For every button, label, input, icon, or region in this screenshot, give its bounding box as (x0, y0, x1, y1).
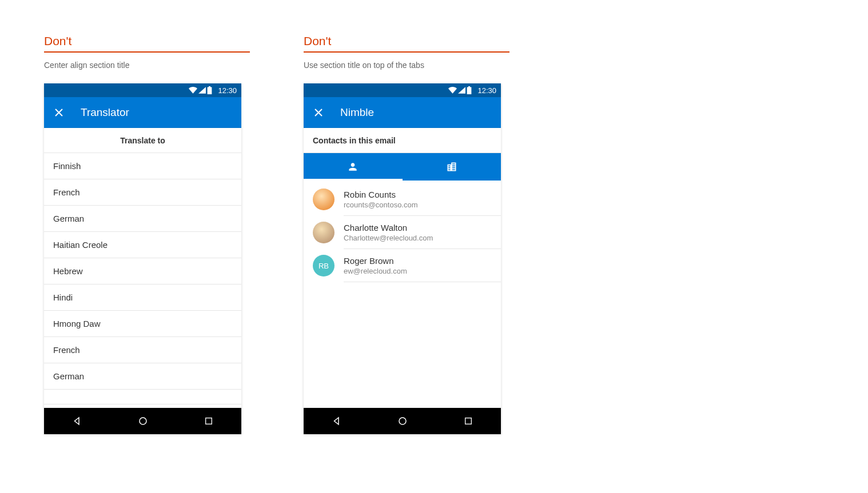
home-icon (138, 416, 148, 426)
list-item[interactable]: Finnish (44, 153, 241, 179)
android-nav-bar (304, 408, 501, 434)
list-item[interactable]: French (44, 337, 241, 363)
list-item[interactable]: Hmong Daw (44, 311, 241, 337)
tab-people[interactable] (304, 153, 403, 181)
contact-email: ew@relecloud.com (344, 267, 407, 275)
battery-icon (467, 86, 472, 94)
android-status-bar: 12:30 (304, 83, 501, 97)
nav-back[interactable] (324, 416, 350, 426)
svg-point-0 (140, 418, 146, 424)
list-item[interactable]: Hebrew (44, 258, 241, 284)
list-item-empty (44, 390, 241, 404)
wifi-icon (189, 87, 197, 94)
status-time: 12:30 (477, 86, 496, 95)
app-bar: Translator (44, 97, 241, 128)
home-icon (397, 416, 408, 426)
building-icon (446, 161, 457, 173)
status-time: 12:30 (218, 86, 237, 95)
nav-home[interactable] (389, 416, 416, 426)
example-1-caption: Center align section title (44, 61, 250, 70)
example-1: Don't Center align section title 12:30 T… (44, 34, 250, 434)
contact-row[interactable]: RB Roger Brown ew@relecloud.com (304, 249, 501, 282)
contact-list[interactable]: Robin Counts rcounts@contoso.com Charlot… (304, 181, 501, 408)
contact-email: rcounts@contoso.com (344, 201, 418, 209)
svg-rect-1 (205, 418, 212, 424)
battery-icon (207, 86, 212, 94)
list-item[interactable]: German (44, 363, 241, 390)
phone-mockup-1: 12:30 Translator Translate to Finnish Fr… (44, 83, 241, 434)
close-button[interactable] (313, 107, 324, 118)
avatar: RB (313, 255, 335, 276)
close-icon (314, 108, 323, 117)
status-icons (448, 86, 472, 94)
list-item[interactable]: German (44, 206, 241, 232)
signal-icon (198, 87, 206, 94)
contact-info: Charlotte Walton Charlottew@relecloud.co… (344, 223, 433, 242)
tab-indicator (304, 179, 403, 181)
svg-rect-3 (465, 418, 471, 424)
android-status-bar: 12:30 (44, 83, 241, 97)
android-nav-bar (44, 408, 241, 434)
close-button[interactable] (53, 107, 65, 118)
list-item[interactable]: Haitian Creole (44, 232, 241, 258)
language-list[interactable]: Finnish French German Haitian Creole Heb… (44, 153, 241, 408)
contact-email: Charlottew@relecloud.com (344, 234, 433, 242)
nav-recent[interactable] (455, 416, 481, 426)
example-2-caption: Use section title on top of the tabs (304, 61, 509, 70)
contact-name: Charlotte Walton (344, 223, 433, 233)
contact-info: Robin Counts rcounts@contoso.com (344, 190, 418, 209)
nav-home[interactable] (130, 416, 156, 426)
recent-icon (464, 416, 473, 426)
close-icon (54, 108, 63, 117)
contact-name: Robin Counts (344, 190, 418, 199)
signal-icon (458, 87, 465, 94)
section-title-centered: Translate to (44, 128, 241, 153)
list-item[interactable]: Hindi (44, 284, 241, 311)
status-icons (189, 86, 212, 94)
app-bar: Nimble (304, 97, 501, 128)
avatar (313, 189, 335, 210)
person-icon (347, 161, 359, 173)
contact-name: Roger Brown (344, 256, 407, 266)
example-2: Don't Use section title on top of the ta… (304, 34, 509, 434)
phone-mockup-2: 12:30 Nimble Contacts in this email Robi… (304, 83, 501, 434)
app-title: Nimble (340, 106, 374, 119)
svg-point-2 (399, 418, 406, 424)
back-icon (72, 416, 82, 426)
avatar (313, 222, 335, 243)
contact-row[interactable]: Charlotte Walton Charlottew@relecloud.co… (304, 216, 501, 249)
back-icon (332, 416, 342, 426)
dont-label: Don't (44, 34, 250, 53)
app-title: Translator (81, 106, 129, 119)
dont-label: Don't (304, 34, 509, 53)
contact-info: Roger Brown ew@relecloud.com (344, 256, 407, 275)
list-item[interactable]: French (44, 179, 241, 206)
recent-icon (204, 416, 213, 426)
tab-org[interactable] (403, 153, 501, 181)
contact-row[interactable]: Robin Counts rcounts@contoso.com (304, 183, 501, 216)
tab-bar (304, 153, 501, 181)
wifi-icon (448, 87, 457, 94)
section-title-left: Contacts in this email (304, 128, 501, 153)
nav-recent[interactable] (196, 416, 222, 426)
nav-back[interactable] (64, 416, 90, 426)
